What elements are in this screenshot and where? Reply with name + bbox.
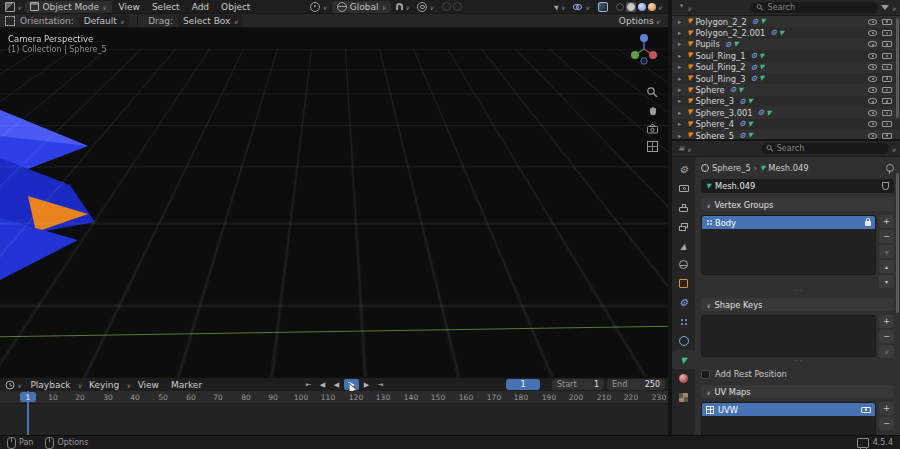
- pivot-dropdown[interactable]: [310, 2, 326, 12]
- vertex-groups-header[interactable]: Vertex Groups: [701, 198, 894, 211]
- move-hand-icon[interactable]: [646, 104, 659, 117]
- eye-icon[interactable]: [868, 98, 877, 104]
- object-name[interactable]: Sphere_3: [695, 96, 734, 106]
- expand-arrow-icon[interactable]: [678, 29, 685, 37]
- lock-icon[interactable]: [865, 221, 871, 226]
- outliner-row[interactable]: Polygon_2_2.001: [672, 27, 900, 38]
- tab-scene[interactable]: [672, 236, 695, 255]
- outliner-row[interactable]: Sphere_5: [672, 130, 900, 139]
- tab-modifiers[interactable]: [672, 293, 695, 312]
- current-frame-field[interactable]: 1: [506, 379, 540, 390]
- shading-material-icon[interactable]: [638, 3, 646, 11]
- vertex-group-specials-button[interactable]: [879, 245, 894, 258]
- timeline-editor-type-button[interactable]: [3, 380, 23, 390]
- shape-keys-header[interactable]: Shape Keys: [701, 298, 894, 311]
- camera-icon[interactable]: [882, 121, 892, 127]
- object-name[interactable]: Soul_Ring_3: [695, 74, 745, 84]
- camera-icon[interactable]: [882, 41, 892, 47]
- jump-to-end-button[interactable]: ⇥: [374, 379, 387, 390]
- play-reverse-button[interactable]: ◀: [330, 379, 343, 390]
- properties-editor-type-button[interactable]: [676, 144, 693, 154]
- menu-marker[interactable]: Marker: [166, 380, 207, 390]
- outliner-row[interactable]: Sphere_4: [672, 119, 900, 130]
- expand-arrow-icon[interactable]: [678, 132, 685, 139]
- add-shape-key-button[interactable]: +: [879, 315, 894, 328]
- menu-view[interactable]: View: [114, 2, 145, 12]
- expand-arrow-icon[interactable]: [678, 97, 685, 105]
- camera-icon[interactable]: [882, 30, 892, 36]
- orientation-default-dropdown[interactable]: Default: [79, 15, 129, 27]
- eye-icon[interactable]: [868, 30, 877, 36]
- menu-select[interactable]: Select: [147, 2, 185, 12]
- overlays-toggle[interactable]: [573, 2, 589, 12]
- 3d-objects[interactable]: [0, 100, 110, 290]
- drag-dropdown[interactable]: Select Box: [178, 15, 243, 27]
- expand-arrow-icon[interactable]: [678, 120, 685, 128]
- mesh-name-field[interactable]: Mesh.049: [701, 179, 894, 193]
- object-name[interactable]: Sphere_4: [695, 119, 734, 129]
- end-frame-field[interactable]: End 250: [607, 379, 665, 390]
- outliner-row[interactable]: Soul_Ring_2: [672, 62, 900, 73]
- tab-object-data[interactable]: [672, 350, 695, 369]
- expand-arrow-icon[interactable]: [678, 109, 685, 117]
- outliner-row[interactable]: Sphere: [672, 84, 900, 95]
- list-resize-grip[interactable]: ⋯: [701, 288, 894, 294]
- jump-to-start-button[interactable]: ⇤: [302, 379, 315, 390]
- options-dropdown[interactable]: Options: [619, 16, 660, 26]
- z-axis-ball[interactable]: [640, 34, 648, 42]
- menu-keying[interactable]: Keying: [84, 380, 124, 390]
- outliner-row[interactable]: Soul_Ring_3: [672, 73, 900, 84]
- outliner-search-input[interactable]: [768, 3, 873, 12]
- list-resize-grip[interactable]: ⋯: [701, 358, 894, 364]
- eye-icon[interactable]: [868, 19, 877, 25]
- outliner-search[interactable]: [751, 2, 877, 13]
- camera-icon[interactable]: [882, 110, 892, 116]
- prev-keyframe-button[interactable]: ◀: [316, 379, 329, 390]
- shape-key-specials-button[interactable]: [879, 345, 894, 358]
- add-vertex-group-button[interactable]: +: [879, 215, 894, 228]
- eye-icon[interactable]: [868, 41, 877, 47]
- remove-shape-key-button[interactable]: −: [879, 330, 894, 343]
- eye-icon[interactable]: [868, 121, 877, 127]
- active-render-camera-icon[interactable]: [861, 407, 871, 413]
- zoom-icon[interactable]: [646, 86, 659, 99]
- uv-maps-header[interactable]: UV Maps: [701, 385, 894, 398]
- menu-view-timeline[interactable]: View: [133, 380, 164, 390]
- snap-dropdown[interactable]: [396, 2, 409, 12]
- camera-icon[interactable]: [882, 98, 892, 104]
- menu-object[interactable]: Object: [216, 2, 255, 12]
- breadcrumb-data[interactable]: Mesh.049: [768, 163, 808, 173]
- camera-view-icon[interactable]: [646, 122, 659, 135]
- editor-type-button[interactable]: [3, 2, 23, 12]
- 3d-viewport[interactable]: Camera Perspective (1) Collection | Sphe…: [0, 28, 668, 377]
- camera-icon[interactable]: [882, 19, 892, 25]
- navigation-gizmo[interactable]: [628, 32, 660, 66]
- expand-arrow-icon[interactable]: [678, 63, 685, 71]
- eye-icon[interactable]: [868, 53, 877, 59]
- tab-object[interactable]: [672, 274, 695, 293]
- outliner-scrollbar[interactable]: [896, 18, 899, 118]
- vertex-groups-list[interactable]: Body: [701, 215, 876, 275]
- playhead-badge[interactable]: 1: [20, 392, 36, 402]
- move-up-button[interactable]: ▴: [879, 260, 894, 273]
- x-axis-ball[interactable]: [649, 51, 657, 59]
- tab-view-layer[interactable]: [672, 217, 695, 236]
- object-name[interactable]: Sphere: [695, 85, 724, 95]
- expand-arrow-icon[interactable]: [678, 40, 685, 48]
- camera-icon[interactable]: [882, 53, 892, 59]
- orientation-dropdown[interactable]: Global: [332, 1, 391, 13]
- outliner-row[interactable]: Sphere_3.001: [672, 107, 900, 118]
- eye-icon[interactable]: [868, 64, 877, 70]
- object-name[interactable]: Sphere_3.001: [695, 108, 752, 118]
- outliner-row[interactable]: Pupils: [672, 39, 900, 50]
- outliner-row[interactable]: Soul_Ring_1: [672, 50, 900, 61]
- xray-toggle[interactable]: [598, 2, 608, 12]
- expand-arrow-icon[interactable]: [678, 75, 685, 83]
- outliner-row[interactable]: Polygon_2_2: [672, 16, 900, 27]
- properties-scrollbar[interactable]: [896, 173, 899, 313]
- object-name[interactable]: Polygon_2_2.001: [695, 28, 765, 38]
- add-uv-map-button[interactable]: +: [879, 402, 894, 415]
- vertex-group-item[interactable]: Body: [702, 216, 875, 229]
- breadcrumb-object[interactable]: Sphere_5: [712, 163, 751, 173]
- active-tool-icon[interactable]: [5, 16, 15, 26]
